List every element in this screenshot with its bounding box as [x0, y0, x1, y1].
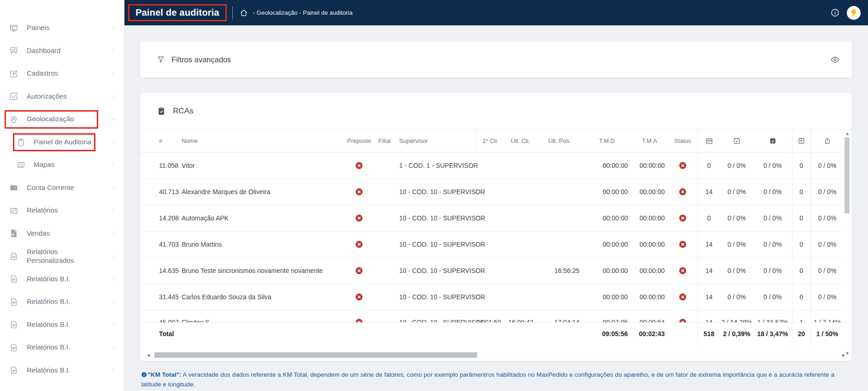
chevron-right-icon: [110, 253, 117, 260]
cell-c1: 14: [697, 310, 720, 323]
column-header-calendar-check-icon: [720, 130, 753, 152]
cell-c1: 14: [697, 284, 720, 310]
filters-title: Filtros avançados: [171, 55, 231, 64]
rca-row: 40.713Alexandre Marques de Oliveira10 - …: [140, 179, 844, 205]
cell-filial: [375, 284, 394, 310]
cell-supervisor: 10 - COD. 10 - SUPERVISOR: [394, 205, 476, 231]
sidebar-item-relatorios-b-i[interactable]: Relatórios B.I.: [0, 336, 124, 359]
sidebar-item-paineis[interactable]: Paineis: [0, 17, 124, 40]
sidebar-item-relatorios-personalizados[interactable]: Relatórios Personalizados: [0, 245, 124, 268]
horizontal-scrollbar[interactable]: ◀ ▶: [145, 351, 847, 359]
cell-c2: 0: [792, 258, 810, 284]
cell-name: Automação APK: [179, 205, 343, 231]
chevron-right-icon: [110, 162, 117, 168]
horizontal-scrollbar-thumb[interactable]: [154, 352, 477, 358]
cell-p1: 0 / 0%: [720, 205, 753, 231]
cell-c1: 14: [697, 258, 720, 284]
home-icon[interactable]: [239, 8, 248, 18]
scroll-left-arrow-icon[interactable]: ◀: [145, 353, 152, 357]
cell-cli2: [504, 205, 537, 231]
sidebar-item-relatorios-b-i[interactable]: Relatórios B.I.: [0, 359, 124, 382]
rca-row: 14.635Bruno Teste sincronismos novamente…: [140, 258, 844, 284]
calendar-check-filled-icon: [769, 137, 777, 145]
invoice-icon: $: [9, 229, 18, 238]
partial-row-clipped: 45.007Cleyton S10 - COD. 10 - SUPERVISOR…: [140, 310, 852, 323]
pencil-square-icon: [9, 69, 18, 78]
cell-preposto: [343, 258, 375, 284]
sidebar-item-label: Dashboard: [27, 47, 60, 55]
sidebar-item-vendas[interactable]: $Vendas: [0, 222, 124, 245]
cell-p2: 0 / 0%: [753, 231, 792, 257]
cell-c1: 14: [697, 231, 720, 257]
sidebar-item-cadastros[interactable]: Cadastros: [0, 62, 124, 85]
lightbulb-button[interactable]: [847, 6, 861, 20]
sidebar-item-label: Relatórios Personalizados: [27, 248, 100, 265]
cell-preposto: [343, 310, 375, 323]
cell-filial: [375, 179, 394, 205]
sidebar-item-dashboard[interactable]: Dashboard: [0, 40, 124, 63]
column-header-status: Status: [668, 130, 697, 152]
sidebar-item-geolocalizacao[interactable]: Geolocalização: [0, 108, 124, 131]
sidebar-item-painel-de-auditoria[interactable]: Painel de Auditoria: [0, 131, 124, 154]
check-square-icon: [9, 92, 18, 101]
cell-p1: 0 / 0%: [720, 231, 753, 257]
x-circle-icon: [679, 188, 687, 196]
km-total-note-lead: "KM Total":: [148, 371, 181, 378]
cell-cli1: [476, 284, 504, 310]
document-icon: [9, 343, 18, 352]
x-circle-icon: [679, 240, 687, 249]
sidebar-item-relatorios[interactable]: Relatórios: [0, 199, 124, 222]
cell-pos: [537, 284, 583, 310]
cell-p2: 1 / 33,57%: [753, 310, 792, 323]
cell-supervisor: 1 - COD. 1 - SUPERVISOR: [394, 153, 476, 178]
sidebar-item-autorizacoes[interactable]: Autorizações: [0, 85, 124, 108]
scroll-up-arrow-icon[interactable]: ▲: [844, 131, 850, 136]
advanced-filters-panel[interactable]: Filtros avançados: [140, 41, 852, 77]
cell-c2: 0: [792, 205, 810, 231]
column-header-thumbs-up-icon: [810, 130, 844, 152]
cell-cli1: [476, 231, 504, 257]
chevron-right-icon: [110, 184, 117, 191]
cell-preposto: [343, 179, 375, 205]
sidebar-item-mapas[interactable]: Mapas: [0, 154, 124, 177]
chevron-right-icon: [110, 25, 117, 31]
cell-tmd: 09:05:56: [583, 323, 631, 345]
vertical-scrollbar-thumb[interactable]: [844, 137, 850, 213]
cell-tmd: 00:07:05: [583, 310, 631, 323]
cell-p1: 0 / 0%: [720, 284, 753, 310]
column-header-nome: Nome: [179, 130, 343, 152]
cell-preposto: [343, 231, 375, 257]
column-header-plus-square-icon: [792, 130, 810, 152]
eye-icon[interactable]: [830, 55, 840, 65]
sidebar-item-relatorios-b-i[interactable]: Relatórios B.I.: [0, 314, 124, 337]
cell-supervisor: [394, 323, 476, 345]
cell-preposto: [343, 323, 375, 345]
sidebar-item-relatorios-b-i[interactable]: Relatórios B.I.: [0, 268, 124, 291]
sidebar-item-conta-corrente[interactable]: Conta Corrente: [0, 177, 124, 200]
cell-cli2: [504, 153, 537, 178]
info-icon[interactable]: [830, 8, 840, 18]
dashboard-icon: [9, 46, 18, 55]
sidebar-item-label: Conta Corrente: [27, 184, 74, 192]
cell-p1: 0 / 0%: [720, 258, 753, 284]
cell-tma: 00:00:00: [631, 284, 668, 310]
scroll-right-arrow-icon[interactable]: ▶: [840, 353, 847, 357]
cell-cli1: [476, 205, 504, 231]
horizontal-scrollbar-track[interactable]: [152, 352, 840, 358]
cell-id: 41.703: [140, 231, 179, 257]
cell-cli2: [504, 179, 537, 205]
cell-cli2: [504, 231, 537, 257]
cell-cli2: [504, 323, 537, 345]
cell-p2: 0 / 0%: [753, 284, 792, 310]
thumbs-up-icon: [823, 137, 831, 145]
cell-cli2: [504, 284, 537, 310]
sidebar-item-label: Geolocalização: [27, 115, 74, 124]
vertical-scrollbar[interactable]: ▲ ▼: [844, 131, 850, 347]
x-circle-icon: [679, 293, 687, 301]
sidebar-item-relatorios-b-i[interactable]: Relatórios B.I.: [0, 290, 124, 314]
chevron-right-icon: [110, 71, 117, 77]
column-header-ult-pos: Últ. Pos.: [537, 130, 583, 152]
x-circle-icon: [355, 240, 363, 249]
line-chart-icon: [9, 206, 18, 215]
cell-supervisor: 10 - COD. 10 - SUPERVISOR: [394, 231, 476, 257]
